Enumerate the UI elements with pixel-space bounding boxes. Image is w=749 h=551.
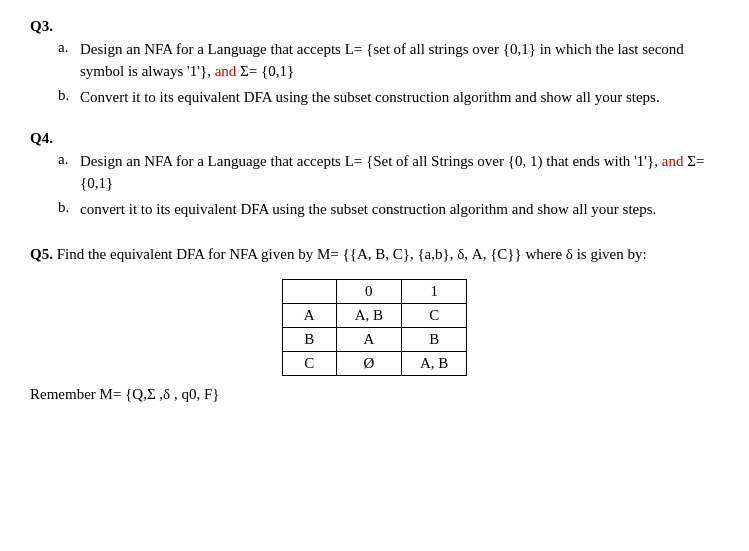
q3-sub-a: a. Design an NFA for a Language that acc… xyxy=(58,39,719,83)
delta-table-wrapper: 0 1 A A, B C B A B C Ø A, B xyxy=(30,279,719,376)
q3-sub-a-letter: a. xyxy=(58,39,80,83)
table-cell-row2-state: C xyxy=(282,352,336,376)
table-cell-row1-state: B xyxy=(282,328,336,352)
table-row: B A B xyxy=(282,328,467,352)
q3-and-highlight: and xyxy=(215,63,237,79)
q4-sub-b-text: convert it to its equivalent DFA using t… xyxy=(80,199,719,221)
delta-table: 0 1 A A, B C B A B C Ø A, B xyxy=(282,279,468,376)
question-4: Q4. a. Design an NFA for a Language that… xyxy=(30,130,719,220)
q3-sub-items: a. Design an NFA for a Language that acc… xyxy=(30,39,719,108)
q4-sub-b-letter: b. xyxy=(58,199,80,221)
table-header-0: 0 xyxy=(336,280,401,304)
table-cell-row2-col0: Ø xyxy=(336,352,401,376)
q3-sub-b-text: Convert it to its equivalent DFA using t… xyxy=(80,87,719,109)
table-row: A A, B C xyxy=(282,304,467,328)
q3-label: Q3. xyxy=(30,18,719,35)
table-cell-row2-col1: A, B xyxy=(402,352,467,376)
q4-sub-items: a. Design an NFA for a Language that acc… xyxy=(30,151,719,220)
q4-sub-a: a. Design an NFA for a Language that acc… xyxy=(58,151,719,195)
question-5: Q5. Find the equivalent DFA for NFA give… xyxy=(30,243,719,404)
q4-label: Q4. xyxy=(30,130,719,147)
q3-sub-b-letter: b. xyxy=(58,87,80,109)
q4-sub-b: b. convert it to its equivalent DFA usin… xyxy=(58,199,719,221)
q4-sub-a-text: Design an NFA for a Language that accept… xyxy=(80,151,719,195)
table-header-empty xyxy=(282,280,336,304)
table-cell-row0-col1: C xyxy=(402,304,467,328)
q4-and-highlight: and xyxy=(662,153,684,169)
q4-sub-a-letter: a. xyxy=(58,151,80,195)
q5-label: Q5. xyxy=(30,246,53,262)
table-cell-row0-state: A xyxy=(282,304,336,328)
q3-sub-a-text: Design an NFA for a Language that accept… xyxy=(80,39,719,83)
question-3: Q3. a. Design an NFA for a Language that… xyxy=(30,18,719,108)
table-row: C Ø A, B xyxy=(282,352,467,376)
q5-statement: Q5. Find the equivalent DFA for NFA give… xyxy=(30,243,719,266)
remember-line: Remember M= {Q,Σ ,δ , q0, F} xyxy=(30,386,719,403)
q3-sub-b: b. Convert it to its equivalent DFA usin… xyxy=(58,87,719,109)
table-cell-row1-col0: A xyxy=(336,328,401,352)
table-cell-row1-col1: B xyxy=(402,328,467,352)
table-cell-row0-col0: A, B xyxy=(336,304,401,328)
q5-text: Find the equivalent DFA for NFA given by… xyxy=(57,246,647,262)
table-header-1: 1 xyxy=(402,280,467,304)
